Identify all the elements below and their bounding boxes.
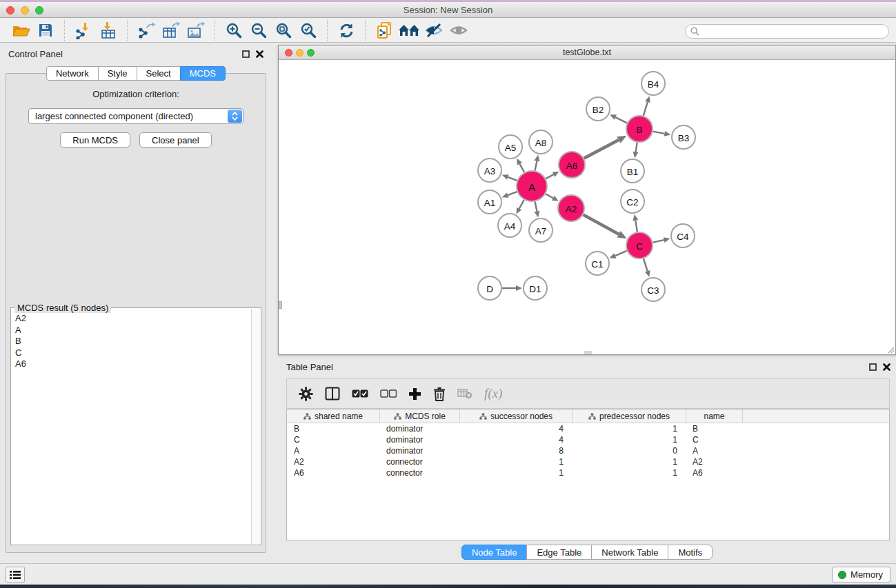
graph-edge[interactable]: [615, 251, 627, 256]
task-history-button[interactable]: [6, 567, 25, 582]
graph-edge[interactable]: [653, 240, 664, 243]
tab-network[interactable]: Network: [46, 66, 99, 81]
column-header-successor-nodes[interactable]: successor nodes: [459, 409, 572, 423]
graph-node-label: A2: [566, 204, 577, 214]
export-table-icon: [161, 21, 181, 39]
table-row[interactable]: Bdominator41B: [287, 423, 889, 434]
export-image-button[interactable]: [183, 20, 208, 41]
new-network-from-selection-button[interactable]: [372, 20, 397, 41]
network-minimize-button[interactable]: [296, 49, 303, 57]
run-mcds-button[interactable]: Run MCDS: [60, 132, 130, 148]
cytoscape-window: Session: New Session: [0, 0, 896, 588]
column-header-name[interactable]: name: [686, 409, 742, 423]
export-network-button[interactable]: [134, 20, 159, 41]
maximize-window-button[interactable]: [35, 6, 43, 14]
edge-arrowhead-icon: [645, 270, 650, 277]
column-header-predecessor-nodes[interactable]: predecessor nodes: [572, 409, 686, 423]
edge-arrowhead-icon: [645, 96, 650, 103]
close-panel-icon[interactable]: [883, 363, 890, 371]
graph-edge[interactable]: [644, 102, 648, 116]
import-network-button[interactable]: [71, 20, 96, 41]
zoom-out-button[interactable]: [246, 20, 271, 41]
splitter-handle[interactable]: [279, 301, 282, 309]
float-panel-icon[interactable]: [242, 50, 250, 58]
network-canvas[interactable]: B4B2BB3A8A5A6A3B1AC2A1A2A4A7C4CC1C3DD1: [279, 60, 895, 354]
refresh-button[interactable]: [334, 20, 359, 41]
graph-edge[interactable]: [535, 161, 537, 170]
tab-mcds[interactable]: MCDS: [180, 66, 226, 81]
memory-label: Memory: [850, 569, 883, 580]
delete-column-button[interactable]: [433, 387, 446, 401]
float-panel-icon[interactable]: [869, 363, 877, 371]
graph-edge[interactable]: [584, 140, 619, 159]
delete-table-button[interactable]: [457, 388, 472, 399]
graph-edge[interactable]: [653, 132, 665, 134]
graph-edge[interactable]: [519, 200, 524, 209]
result-scrollbar[interactable]: [251, 309, 260, 544]
graph-edge[interactable]: [636, 143, 637, 152]
mcds-result-item[interactable]: A6: [15, 358, 251, 370]
save-session-button[interactable]: [33, 20, 58, 41]
tab-network-table[interactable]: Network Table: [591, 545, 668, 560]
mcds-result-item[interactable]: B: [15, 336, 251, 347]
graph-edge[interactable]: [508, 192, 517, 195]
graph-edge[interactable]: [546, 194, 553, 198]
table-row[interactable]: Adominator80A: [287, 445, 889, 456]
network-window-titlebar: testGlobe.txt: [279, 45, 895, 60]
select-all-columns-button[interactable]: [352, 389, 368, 398]
splitter-handle[interactable]: [584, 351, 592, 354]
close-panel-icon[interactable]: [256, 50, 263, 58]
close-panel-button[interactable]: Close panel: [139, 132, 212, 148]
mcds-result-item[interactable]: A: [15, 325, 251, 336]
close-window-button[interactable]: [6, 6, 14, 14]
graph-edge[interactable]: [615, 117, 627, 123]
table-row[interactable]: A6connector11A6: [287, 467, 889, 478]
mcds-result-item[interactable]: C: [15, 347, 251, 359]
zoom-selected-button[interactable]: [296, 20, 321, 41]
open-session-button[interactable]: [8, 20, 33, 41]
hide-selected-button[interactable]: [421, 20, 446, 41]
edge-arrowhead-icon: [516, 285, 522, 291]
mcds-result-item[interactable]: A2: [15, 313, 251, 325]
unselect-all-columns-button[interactable]: [380, 389, 397, 398]
tab-select[interactable]: Select: [137, 66, 181, 81]
first-neighbors-button[interactable]: [397, 20, 421, 41]
create-column-button[interactable]: [408, 387, 421, 401]
node-table[interactable]: shared name MCDS role successor nodes: [286, 409, 890, 540]
resize-grip-icon[interactable]: [886, 345, 895, 354]
graph-edge[interactable]: [508, 177, 517, 181]
column-header-shared-name[interactable]: shared name: [287, 409, 379, 423]
tab-motifs[interactable]: Motifs: [668, 545, 713, 560]
minimize-window-button[interactable]: [21, 6, 29, 14]
network-maximize-button[interactable]: [307, 49, 315, 57]
tab-style[interactable]: Style: [98, 66, 137, 81]
graph-edge[interactable]: [519, 164, 524, 172]
show-all-button[interactable]: [446, 20, 471, 41]
function-builder-button[interactable]: f(x): [484, 386, 502, 401]
graph-edge[interactable]: [584, 215, 619, 234]
criterion-select[interactable]: largest connected component (directed): [28, 108, 243, 124]
graph-edge[interactable]: [635, 221, 637, 232]
graph-edge[interactable]: [546, 174, 553, 179]
control-panel-title: Control Panel: [3, 49, 63, 59]
memory-button[interactable]: Memory: [832, 567, 890, 582]
titlebar: Session: New Session: [0, 2, 896, 18]
table-row[interactable]: A2connector11A2: [287, 456, 889, 467]
network-close-button[interactable]: [285, 49, 292, 57]
import-table-button[interactable]: [96, 20, 121, 41]
graph-edge[interactable]: [644, 258, 648, 271]
table-settings-button[interactable]: [299, 387, 313, 401]
graph-edge[interactable]: [535, 202, 537, 212]
column-header-mcds-role[interactable]: MCDS role: [379, 409, 459, 423]
export-table-button[interactable]: [159, 20, 183, 41]
search-input[interactable]: [702, 26, 888, 37]
zoom-fit-button[interactable]: [271, 20, 296, 41]
optimization-criterion-label: Optimization criterion:: [6, 89, 266, 99]
control-panel: Control Panel Network Style Select MCDS …: [3, 45, 269, 558]
tab-edge-table[interactable]: Edge Table: [526, 545, 592, 560]
tab-node-table[interactable]: Node Table: [461, 545, 528, 560]
show-column-panel-button[interactable]: [325, 387, 340, 401]
table-row[interactable]: Cdominator41C: [287, 434, 889, 445]
search-box[interactable]: [685, 24, 889, 39]
zoom-in-button[interactable]: [221, 20, 246, 41]
